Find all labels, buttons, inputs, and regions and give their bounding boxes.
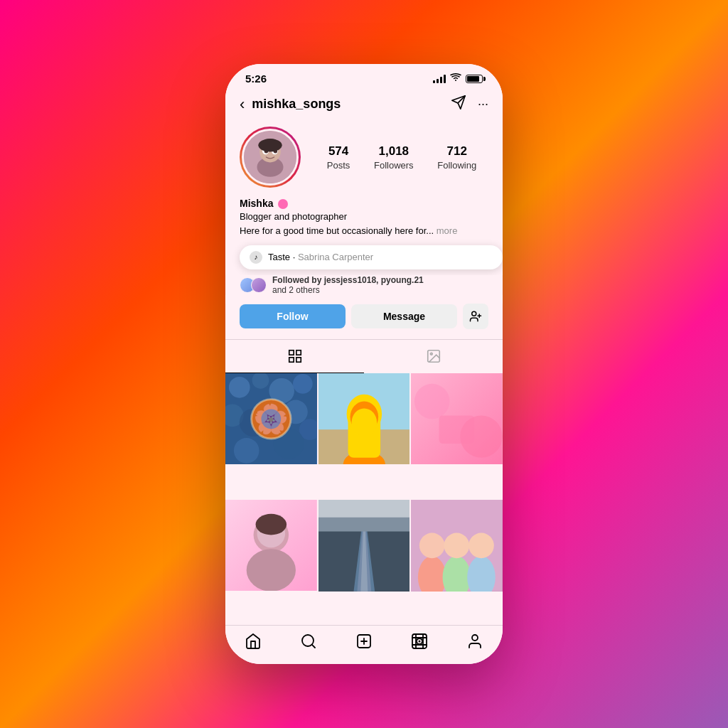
avatar-wrapper bbox=[240, 127, 301, 188]
stat-followers[interactable]: 1,018 Followers bbox=[374, 144, 414, 171]
svg-point-32 bbox=[252, 399, 291, 438]
nav-header: ‹ mishka_songs ··· bbox=[225, 89, 503, 119]
status-icons bbox=[433, 73, 483, 84]
followers-label: Followers bbox=[374, 160, 414, 171]
posts-label: Posts bbox=[327, 160, 350, 171]
svg-rect-65 bbox=[411, 500, 503, 592]
verified-badge bbox=[278, 199, 288, 209]
svg-point-31 bbox=[261, 409, 281, 429]
photo-cell-2[interactable] bbox=[318, 373, 410, 465]
tab-row bbox=[225, 339, 503, 373]
status-bar: 5:26 bbox=[225, 64, 503, 89]
profile-info-row: 574 Posts 1,018 Followers 712 Following bbox=[240, 127, 488, 188]
svg-point-30 bbox=[252, 399, 291, 438]
followed-avatar-2 bbox=[251, 277, 267, 293]
nav-actions: ··· bbox=[451, 95, 488, 114]
photo-cell-3[interactable] bbox=[411, 373, 503, 465]
followers-count: 1,018 bbox=[379, 144, 410, 159]
add-friend-button[interactable] bbox=[463, 304, 488, 329]
photo-grid bbox=[225, 373, 503, 625]
music-song: Taste · Sabrina Carpenter bbox=[268, 252, 373, 262]
profile-username-header: mishka_songs bbox=[252, 97, 451, 112]
svg-point-25 bbox=[240, 408, 268, 437]
svg-point-23 bbox=[293, 374, 313, 394]
stat-following[interactable]: 712 Following bbox=[437, 144, 476, 171]
nav-reels[interactable] bbox=[392, 633, 447, 650]
bio-more-link[interactable]: more bbox=[437, 225, 458, 236]
svg-point-18 bbox=[430, 353, 432, 355]
svg-point-26 bbox=[284, 400, 308, 424]
signal-icon bbox=[433, 75, 446, 83]
follow-button[interactable]: Follow bbox=[240, 304, 346, 328]
nav-home[interactable] bbox=[225, 633, 281, 650]
svg-point-43 bbox=[414, 384, 449, 419]
photo-cell-5[interactable] bbox=[318, 500, 410, 592]
svg-point-28 bbox=[234, 438, 259, 464]
svg-rect-16 bbox=[296, 358, 300, 362]
wifi-icon bbox=[450, 73, 461, 84]
bio-display-name: Mishka bbox=[240, 198, 488, 209]
bio-section: Mishka Blogger and photographer Here for… bbox=[225, 198, 503, 240]
following-count: 712 bbox=[447, 144, 467, 159]
followed-avatars bbox=[240, 277, 267, 293]
svg-line-67 bbox=[312, 645, 315, 648]
svg-rect-57 bbox=[318, 518, 410, 532]
svg-rect-13 bbox=[289, 350, 293, 354]
posts-count: 574 bbox=[328, 144, 348, 159]
svg-point-78 bbox=[472, 635, 478, 641]
music-artist: Sabrina Carpenter bbox=[298, 252, 373, 262]
back-button[interactable]: ‹ bbox=[240, 95, 245, 114]
svg-point-73 bbox=[419, 641, 421, 643]
action-buttons: Follow Message bbox=[225, 304, 503, 339]
svg-point-40 bbox=[351, 408, 377, 437]
music-note-icon: ♪ bbox=[250, 251, 262, 264]
svg-point-10 bbox=[472, 311, 476, 316]
nav-search[interactable] bbox=[281, 633, 336, 650]
bio-line1: Blogger and photographer bbox=[240, 210, 488, 223]
bio-line2: Here for a good time but occasionally he… bbox=[240, 225, 488, 237]
photo-cell-6[interactable] bbox=[411, 500, 503, 592]
tab-tagged[interactable] bbox=[364, 340, 503, 373]
photo-cell-1[interactable] bbox=[225, 373, 317, 465]
more-icon[interactable]: ··· bbox=[478, 97, 488, 112]
profile-section: 574 Posts 1,018 Followers 712 Following bbox=[225, 119, 503, 198]
svg-rect-15 bbox=[289, 358, 293, 362]
stats-row: 574 Posts 1,018 Followers 712 Following bbox=[315, 144, 488, 171]
svg-point-29 bbox=[273, 428, 304, 459]
svg-rect-45 bbox=[439, 415, 474, 444]
nav-create[interactable] bbox=[336, 633, 392, 650]
nav-profile[interactable] bbox=[447, 633, 503, 650]
music-separator: · bbox=[293, 252, 298, 262]
followed-text: Followed by jessjess1018, pyoung.21 and … bbox=[272, 275, 424, 295]
message-button[interactable]: Message bbox=[351, 304, 457, 328]
bottom-nav bbox=[225, 625, 503, 664]
phone-frame: 5:26 ‹ mishka_songs bbox=[225, 64, 503, 664]
tab-grid[interactable] bbox=[225, 340, 364, 373]
svg-point-20 bbox=[229, 377, 250, 398]
followed-by: Followed by jessjess1018, pyoung.21 and … bbox=[225, 275, 503, 295]
status-time: 5:26 bbox=[245, 73, 267, 85]
following-label: Following bbox=[437, 160, 476, 171]
send-icon[interactable] bbox=[451, 95, 466, 114]
svg-point-49 bbox=[247, 549, 296, 591]
svg-rect-14 bbox=[296, 350, 300, 354]
music-tooltip[interactable]: ♪ Taste · Sabrina Carpenter bbox=[240, 245, 503, 269]
avatar bbox=[242, 129, 299, 186]
photo-cell-4[interactable] bbox=[225, 500, 317, 592]
svg-point-51 bbox=[256, 514, 287, 535]
stat-posts[interactable]: 574 Posts bbox=[327, 144, 350, 171]
battery-icon bbox=[466, 75, 483, 83]
